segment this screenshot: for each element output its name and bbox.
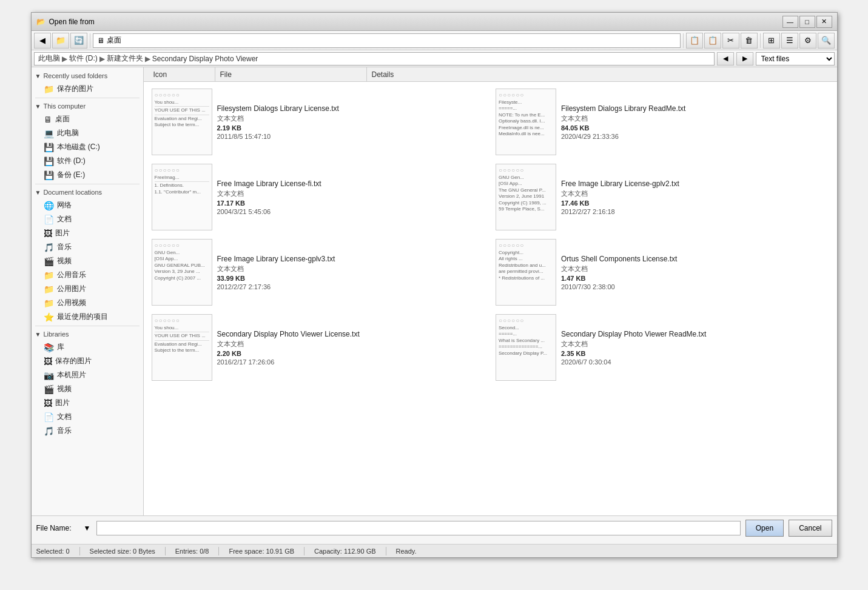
column-headers: Icon File Details <box>144 67 837 82</box>
toolbar-delete-btn[interactable]: 🗑 <box>741 33 758 49</box>
sidebar-item-public-music[interactable]: 📁 公用音乐 <box>32 268 143 282</box>
status-capacity: Capacity: 112.90 GB <box>314 548 376 555</box>
address-forward-btn[interactable]: ▶ <box>736 52 753 65</box>
library-phone-photos-icon: 📷 <box>44 370 54 380</box>
pictures-label: 图片 <box>55 228 70 238</box>
sidebar-recently-used-header[interactable]: ▼ Recently used folders <box>32 70 143 82</box>
col-icon[interactable]: Icon <box>149 67 215 81</box>
sidebar-item-network[interactable]: 🌐 网络 <box>32 198 143 212</box>
file-type-1: 文本文档 <box>561 114 829 123</box>
sidebar-item-software-d[interactable]: 💾 软件 (D:) <box>32 154 143 168</box>
file-item-7[interactable]: ○○○○○○ Second... =====... What is Second… <box>490 310 835 385</box>
toolbar-view-btn2[interactable]: ☰ <box>781 33 798 49</box>
software-d-label: 软件 (D:) <box>57 156 86 166</box>
network-icon: 🌐 <box>44 201 54 210</box>
toolbar-view-btn1[interactable]: ⊞ <box>763 33 780 49</box>
sidebar-item-videos[interactable]: 🎬 视频 <box>32 254 143 268</box>
sidebar-item-recent-items[interactable]: ⭐ 最近使用的项目 <box>32 310 143 324</box>
breadcrumb-1[interactable]: 此电脑 <box>38 53 60 64</box>
sidebar-libraries-header[interactable]: ▼ Libraries <box>32 328 143 340</box>
file-size-4: 33.99 KB <box>217 275 485 282</box>
sidebar-item-library-phone-photos[interactable]: 📷 本机照片 <box>32 368 143 382</box>
col-details[interactable]: Details <box>367 67 832 81</box>
sidebar-item-backup-e[interactable]: 💾 备份 (E:) <box>32 168 143 182</box>
file-item-4[interactable]: ○○○○○○ GNU Gen... [OSI App... GNU GENERA… <box>146 235 491 310</box>
sidebar-item-library-videos[interactable]: 🎬 视频 <box>32 382 143 396</box>
file-name-5: Ortus Shell Components License.txt <box>561 255 829 263</box>
sidebar-item-documents[interactable]: 📄 文档 <box>32 212 143 226</box>
public-videos-icon: 📁 <box>44 298 54 308</box>
file-date-5: 2010/7/30 2:38:00 <box>561 283 829 290</box>
file-size-2: 17.17 KB <box>217 199 485 207</box>
saved-images-recent-label: 保存的图片 <box>57 84 93 94</box>
maximize-button[interactable]: □ <box>799 16 815 28</box>
public-music-label: 公用音乐 <box>57 270 86 280</box>
documents-icon: 📄 <box>44 215 54 224</box>
file-date-1: 2020/4/29 21:33:36 <box>561 133 829 140</box>
sidebar-item-local-disk-c[interactable]: 💾 本地磁盘 (C:) <box>32 140 143 154</box>
breadcrumb-2[interactable]: 软件 (D:) <box>69 53 98 64</box>
library-videos-icon: 🎬 <box>44 384 54 394</box>
open-button[interactable]: Open <box>745 520 784 537</box>
sidebar-item-pictures[interactable]: 🖼 图片 <box>32 226 143 240</box>
status-sep-1 <box>79 547 80 555</box>
file-item-3[interactable]: ○○○○○○ GNU Gen... [OSI App... The GNU Ge… <box>490 159 835 235</box>
col-file[interactable]: File <box>215 67 367 81</box>
file-type-7: 文本文档 <box>561 340 829 349</box>
file-item-2[interactable]: ○○○○○○ FreeImag... 1. Definitions. 1.1. … <box>146 159 491 235</box>
file-name-4: Free Image Library License-gplv3.txt <box>217 255 485 263</box>
network-label: 网络 <box>57 200 72 210</box>
sidebar-item-library-documents[interactable]: 📄 文档 <box>32 410 143 424</box>
file-size-0: 2.19 KB <box>217 124 485 132</box>
file-item-1[interactable]: ○○○○○○ Filesyste... =====... NOTE: To ru… <box>490 84 835 159</box>
toolbar-copy-btn[interactable]: 📋 <box>686 33 703 49</box>
toolbar-separator2 <box>683 33 684 48</box>
file-item-5[interactable]: ○○○○○○ Copyright... All rights ... Redis… <box>490 235 835 310</box>
file-info-5: Ortus Shell Components License.txt 文本文档 … <box>561 255 829 290</box>
recently-used-chevron: ▼ <box>35 73 41 79</box>
file-thumb-5: ○○○○○○ Copyright... All rights ... Redis… <box>496 239 556 306</box>
sidebar-item-desktop[interactable]: 🖥 桌面 <box>32 112 143 126</box>
sidebar-item-public-pictures[interactable]: 📁 公用图片 <box>32 282 143 296</box>
sidebar-item-library-root[interactable]: 📚 库 <box>32 340 143 354</box>
filename-input[interactable] <box>96 521 740 535</box>
toolbar-move-btn[interactable]: ✂ <box>722 33 739 49</box>
breadcrumb-3[interactable]: 新建文件夹 <box>107 53 143 64</box>
sidebar-this-computer-header[interactable]: ▼ This computer <box>32 100 143 112</box>
filename-row: File Name: ▼ Open Cancel <box>36 520 832 537</box>
status-free-space: Free space: 10.91 GB <box>229 548 294 555</box>
videos-label: 视频 <box>57 256 72 266</box>
status-sep-2 <box>165 547 166 555</box>
sidebar-item-saved-images-recent[interactable]: 📁 保存的图片 <box>32 82 143 96</box>
library-videos-label: 视频 <box>57 384 72 394</box>
sidebar-item-public-videos[interactable]: 📁 公用视频 <box>32 296 143 310</box>
file-type-filter[interactable]: Text files <box>756 52 835 65</box>
sidebar-item-library-pictures[interactable]: 🖼 图片 <box>32 396 143 410</box>
file-info-6: Secondary Display Photo Viewer License.t… <box>217 330 485 366</box>
close-button[interactable]: ✕ <box>816 16 832 28</box>
title-bar-icon: 📂 <box>36 18 45 26</box>
toolbar-back-btn[interactable]: ◀ <box>34 33 51 49</box>
toolbar-settings-btn[interactable]: ⚙ <box>799 33 816 49</box>
address-back-btn[interactable]: ◀ <box>717 52 734 65</box>
toolbar-search-btn[interactable]: 🔍 <box>818 33 835 49</box>
sidebar-item-library-saved-images[interactable]: 🖼 保存的图片 <box>32 354 143 368</box>
toolbar-refresh-btn[interactable]: 🔄 <box>70 33 87 49</box>
sidebar-item-library-music[interactable]: 🎵 音乐 <box>32 424 143 438</box>
libraries-chevron: ▼ <box>35 331 41 338</box>
toolbar-folder-btn[interactable]: 📁 <box>52 33 69 49</box>
sidebar-divider-3 <box>35 326 140 326</box>
cancel-button[interactable]: Cancel <box>789 520 832 537</box>
file-item-0[interactable]: ○○○○○○ You shou... YOUR USE OF THIS ... … <box>146 84 491 159</box>
toolbar-location-text: 桌面 <box>107 35 121 45</box>
sidebar-item-music[interactable]: 🎵 音乐 <box>32 240 143 254</box>
sidebar-document-locations-header[interactable]: ▼ Document locations <box>32 186 143 198</box>
file-name-6: Secondary Display Photo Viewer License.t… <box>217 330 485 338</box>
file-name-2: Free Image Library License-fi.txt <box>217 179 485 188</box>
toolbar-paste-btn[interactable]: 📋 <box>704 33 721 49</box>
file-thumb-1: ○○○○○○ Filesyste... =====... NOTE: To ru… <box>496 89 556 155</box>
breadcrumb-4[interactable]: Secondary Display Photo Viewer <box>152 55 258 63</box>
sidebar-item-this-computer[interactable]: 💻 此电脑 <box>32 126 143 140</box>
minimize-button[interactable]: — <box>782 16 798 28</box>
file-item-6[interactable]: ○○○○○○ You shou... YOUR USE OF THIS ... … <box>146 310 491 385</box>
